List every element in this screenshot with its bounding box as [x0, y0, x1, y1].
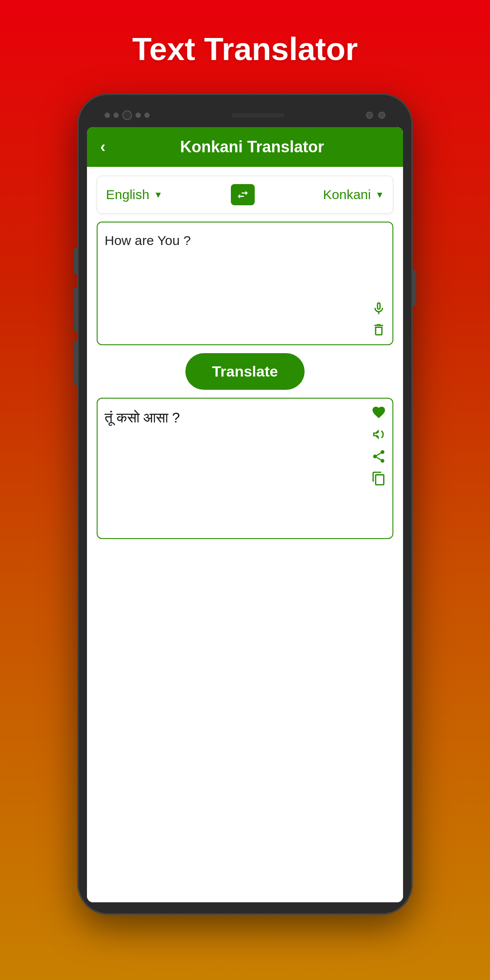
- sensor-1: [366, 112, 373, 119]
- copy-icon: [371, 471, 386, 486]
- target-language-dropdown[interactable]: Konkani ▼: [323, 187, 384, 202]
- phone-top-bar: [87, 106, 403, 127]
- favorite-button[interactable]: [371, 405, 386, 420]
- side-btn-2: [74, 288, 77, 332]
- share-icon: [371, 449, 386, 464]
- input-text-content: How are You ?: [105, 230, 385, 275]
- speaker-icon: [371, 427, 386, 442]
- dot-2: [113, 113, 119, 118]
- microphone-button[interactable]: [371, 301, 386, 316]
- front-camera: [122, 110, 132, 120]
- top-right-sensors: [366, 112, 385, 119]
- output-icons: [371, 405, 386, 486]
- earpiece: [231, 113, 284, 117]
- copy-button[interactable]: [371, 471, 386, 486]
- dot-1: [105, 113, 110, 118]
- microphone-icon: [371, 301, 386, 316]
- source-language-label: English: [106, 187, 149, 202]
- translate-button[interactable]: Translate: [185, 353, 304, 390]
- text-to-speech-button[interactable]: [371, 427, 386, 442]
- swap-languages-button[interactable]: [231, 184, 255, 205]
- trash-icon: [371, 322, 386, 337]
- target-language-label: Konkani: [323, 187, 371, 202]
- side-btn-1: [74, 248, 77, 275]
- delete-button[interactable]: [371, 322, 386, 337]
- camera-area: [105, 110, 150, 120]
- target-language-arrow-icon: ▼: [375, 190, 384, 200]
- source-language-arrow-icon: ▼: [154, 190, 162, 200]
- output-text-content: तूं कसो आसा ?: [105, 407, 385, 429]
- dot-3: [136, 113, 141, 118]
- source-language-dropdown[interactable]: English ▼: [106, 187, 162, 202]
- phone-frame: ‹ Konkani Translator English ▼ Konkani: [77, 94, 413, 915]
- power-button: [413, 270, 416, 305]
- input-icons: [371, 301, 386, 337]
- swap-icon: [236, 188, 249, 201]
- input-text-box[interactable]: How are You ?: [97, 222, 393, 345]
- dot-4: [144, 113, 150, 118]
- language-selector-row: English ▼ Konkani ▼: [97, 176, 393, 214]
- sensor-2: [378, 112, 385, 119]
- back-button[interactable]: ‹: [100, 139, 106, 155]
- phone-screen: ‹ Konkani Translator English ▼ Konkani: [87, 127, 403, 902]
- page-title: Text Translator: [132, 31, 358, 67]
- app-header: ‹ Konkani Translator: [87, 127, 403, 167]
- app-content: English ▼ Konkani ▼ How are You ?: [87, 167, 403, 902]
- heart-icon: [371, 405, 386, 420]
- share-button[interactable]: [371, 449, 386, 464]
- app-header-title: Konkani Translator: [114, 138, 390, 156]
- output-text-box: तूं कसो आसा ?: [97, 398, 393, 539]
- side-btn-3: [74, 341, 77, 385]
